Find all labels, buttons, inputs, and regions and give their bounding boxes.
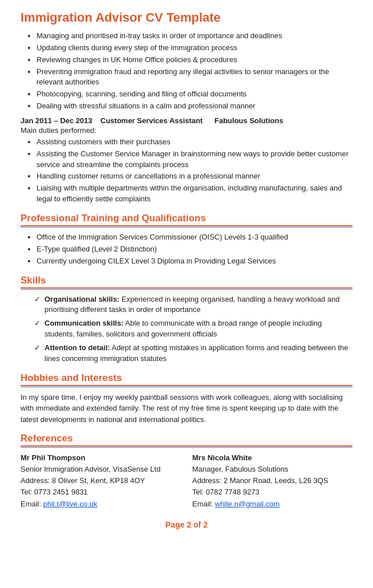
ref1-address-value: 8 Oliver St, Kent, KP18 4OY bbox=[52, 476, 145, 485]
ref2-address-value: 2 Manor Road, Leeds, L26 3QS bbox=[224, 476, 329, 485]
intro-bullet-1: Managing and prioritised in-tray tasks i… bbox=[37, 31, 352, 42]
ref1-address: Address: 8 Oliver St, Kent, KP18 4OY bbox=[21, 475, 181, 486]
job1-duties-list: Assisting customers with their purchases… bbox=[37, 137, 352, 205]
training-bullet-1: Office of the Immigration Services Commi… bbox=[37, 232, 352, 243]
skill-1: Organisational skills: Experienced in ke… bbox=[34, 294, 352, 316]
training-bullet-2: E-Type qualified (Level 2 Distinction) bbox=[37, 244, 352, 255]
intro-bullet-4: Preventing immigration fraud and reporti… bbox=[37, 67, 352, 88]
job1-duties-label: Main duties performed: bbox=[21, 126, 352, 135]
intro-bullet-2: Updating clients during every step of th… bbox=[37, 43, 352, 54]
page-footer: Page 2 of 2 bbox=[21, 520, 352, 529]
reference-1: Mr Phil Thompson Senior Immigration Advi… bbox=[21, 452, 181, 510]
training-list: Office of the Immigration Services Commi… bbox=[37, 232, 352, 267]
ref1-tel: Tel: 0773 2451 9831 bbox=[21, 486, 181, 498]
hobbies-text: In my spare time, I enjoy my weekly pain… bbox=[21, 392, 352, 425]
ref2-name: Mrs Nicola White bbox=[192, 452, 352, 464]
skill-3: Attention to detail: Adept at spotting m… bbox=[34, 343, 352, 364]
training-bullet-3: Currently undergoing CILEX Level 3 Diplo… bbox=[37, 256, 352, 267]
ref2-address: Address: 2 Manor Road, Leeds, L26 3QS bbox=[192, 475, 352, 486]
intro-bullet-5: Photocopying, scanning, sending and fili… bbox=[37, 89, 352, 100]
ref1-tel-value: 0773 2451 9831 bbox=[34, 488, 88, 496]
section-skills-heading: Skills bbox=[21, 275, 352, 286]
ref1-email: Email: phil.t@live.co.uk bbox=[21, 498, 181, 510]
skill-2-bold: Communication skills: bbox=[44, 319, 124, 327]
ref1-title: Senior Immigration Advisor, VisaSense Lt… bbox=[21, 464, 181, 475]
job1-duty-1: Assisting customers with their purchases bbox=[37, 137, 352, 148]
skill-3-bold: Attention to detail: bbox=[44, 343, 110, 352]
hobbies-rule bbox=[21, 385, 352, 387]
ref2-email-label: Email: bbox=[192, 500, 213, 508]
job1-header: Jan 2011 – Dec 2013 Customer Services As… bbox=[21, 116, 352, 125]
section-training-heading: Professional Training and Qualifications bbox=[21, 213, 352, 224]
page-title: Immigration Advisor CV Template bbox=[21, 10, 352, 25]
job1-company: Fabulous Solutions bbox=[214, 116, 283, 125]
section-references-heading: References bbox=[21, 433, 352, 444]
intro-bullet-6: Dealing with stressful situations in a c… bbox=[37, 101, 352, 112]
ref1-name: Mr Phil Thompson bbox=[21, 452, 181, 464]
skills-list: Organisational skills: Experienced in ke… bbox=[34, 294, 352, 364]
ref2-tel-label: Tel: bbox=[192, 488, 204, 496]
job1-title: Customer Services Assistant bbox=[100, 116, 214, 125]
intro-bullet-list: Managing and prioritised in-tray tasks i… bbox=[37, 31, 352, 112]
training-rule bbox=[21, 225, 352, 228]
ref2-tel-value: 0782 7748 9273 bbox=[206, 488, 260, 496]
references-container: Mr Phil Thompson Senior Immigration Advi… bbox=[21, 452, 352, 510]
skills-rule bbox=[21, 287, 352, 290]
ref2-email: Email: white.n@gmail.com bbox=[192, 498, 352, 510]
job1-duty-4: Liaising with multiple departments withi… bbox=[37, 183, 352, 205]
references-rule bbox=[21, 445, 352, 448]
skill-2: Communication skills: Able to communicat… bbox=[34, 318, 352, 340]
intro-bullet-3: Reviewing changes in UK Home Office poli… bbox=[37, 55, 352, 66]
ref1-email-label: Email: bbox=[21, 500, 41, 508]
ref2-tel: Tel: 0782 7748 9273 bbox=[192, 486, 352, 498]
ref1-address-label: Address: bbox=[21, 476, 50, 485]
ref2-email-link[interactable]: white.n@gmail.com bbox=[215, 500, 280, 508]
job1-duty-3: Handling customer returns or cancellatio… bbox=[37, 171, 352, 182]
skill-1-bold: Organisational skills: bbox=[44, 295, 120, 303]
ref1-tel-label: Tel: bbox=[21, 488, 32, 496]
ref1-email-link[interactable]: phil.t@live.co.uk bbox=[43, 500, 98, 508]
ref2-title: Manager, Fabulous Solutions bbox=[192, 464, 352, 475]
ref2-address-label: Address: bbox=[192, 476, 221, 485]
reference-2: Mrs Nicola White Manager, Fabulous Solut… bbox=[192, 452, 352, 510]
section-hobbies-heading: Hobbies and Interests bbox=[21, 372, 352, 384]
job1-duty-2: Assisting the Customer Service Manager i… bbox=[37, 149, 352, 171]
job1-date: Jan 2011 – Dec 2013 bbox=[21, 116, 100, 125]
